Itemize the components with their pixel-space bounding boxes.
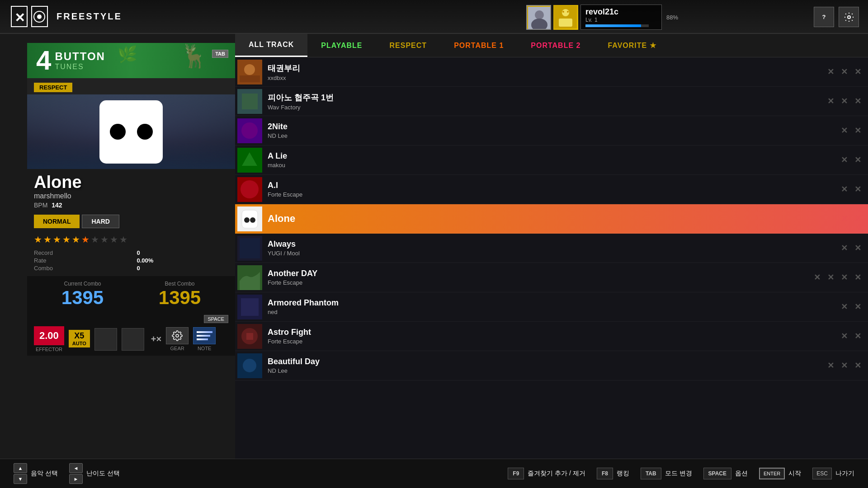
exp-bar-container	[585, 24, 649, 27]
right-panel: ALL TRACK PLAYABLE RESPECT PORTABLE 1 PO…	[235, 34, 868, 488]
svg-point-6	[535, 10, 544, 19]
track-info: Astro Fight Forte Escape	[268, 328, 841, 345]
x-marker: ✕	[841, 67, 848, 77]
svg-rect-18	[242, 94, 258, 109]
fever-box[interactable]: X5 AUTO	[69, 330, 90, 347]
options-label: 옵션	[735, 469, 748, 478]
star-6: ★	[81, 234, 90, 245]
note-label: NOTE	[198, 346, 212, 351]
track-markers: ✕ ✕	[841, 214, 861, 224]
up-key[interactable]: ▲	[14, 463, 27, 473]
track-item[interactable]: Astro Fight Forte Escape ✕ ✕	[235, 322, 868, 351]
track-info: 2Nite ND Lee	[268, 122, 841, 139]
current-combo-value: 1395	[61, 287, 104, 309]
track-item[interactable]: Another DAY Forte Escape ✕ ✕ ✕ ✕	[235, 263, 868, 292]
track-item[interactable]: A Lie makou ✕ ✕	[235, 145, 868, 175]
tab-badge: TAB	[212, 50, 228, 58]
tab-portable1[interactable]: PORTABLE 1	[440, 34, 517, 57]
tab-favorite[interactable]: FAVORITE ★	[594, 34, 670, 57]
speed-value[interactable]: 2.00	[34, 326, 64, 345]
svg-text:✕: ✕	[14, 11, 25, 25]
marshmello-eye-right	[137, 124, 153, 140]
gear-button[interactable]: GEAR	[166, 327, 189, 351]
fever-control[interactable]: X5 AUTO	[69, 330, 90, 349]
track-item[interactable]: Always YUGI / Mool ✕ ✕	[235, 234, 868, 263]
left-key[interactable]: ◄	[69, 463, 83, 473]
star-3: ★	[53, 234, 61, 245]
track-thumb	[237, 177, 262, 202]
track-name: A Lie	[268, 151, 841, 161]
exit-hint: ESC 나가기	[812, 468, 854, 479]
effector-label: EFFECTOR	[34, 347, 64, 352]
track-thumb	[237, 89, 262, 114]
ranking-hint: F8 랭킹	[597, 468, 629, 479]
track-item[interactable]: 피아노 협주곡 1번 Wav Factory ✕ ✕ ✕	[235, 87, 868, 116]
exp-percent: 88%	[666, 14, 678, 21]
user-info-box: revol21c Lv. 1	[580, 5, 662, 30]
svg-rect-16	[240, 75, 260, 82]
bpm-label: BPM	[34, 202, 47, 209]
tab-all-track[interactable]: ALL TRACK	[235, 34, 307, 57]
music-select-hint: ▲ ▼ 음악 선택	[14, 463, 58, 484]
marshmello-visual	[99, 100, 163, 164]
track-artist: ND Lee	[268, 132, 841, 139]
speed-control[interactable]: 2.00 EFFECTOR	[34, 326, 64, 352]
f10-button[interactable]	[839, 7, 859, 27]
x-marker: ✕	[854, 243, 861, 253]
track-item[interactable]: Beautiful Day ND Lee ✕ ✕ ✕	[235, 351, 868, 380]
track-item[interactable]: A.I Forte Escape ✕ ✕	[235, 175, 868, 204]
svg-rect-10	[559, 19, 572, 27]
level-label: Lv.	[585, 17, 592, 23]
start-label: 시작	[788, 469, 801, 478]
effector-slot-1[interactable]	[94, 328, 117, 351]
track-name: Beautiful Day	[268, 357, 827, 366]
down-key[interactable]: ▼	[14, 474, 27, 484]
tab-respect[interactable]: RESPECT	[376, 34, 441, 57]
space-badge: SPACE	[204, 315, 228, 323]
gear-icon	[166, 327, 189, 344]
tab-key[interactable]: TAB	[641, 468, 661, 479]
f8-key[interactable]: F8	[597, 468, 613, 479]
track-thumb	[237, 353, 262, 378]
track-artist: Forte Escape	[268, 191, 841, 198]
effector-slot-2[interactable]	[122, 328, 144, 351]
note-button[interactable]: NOTE	[193, 327, 216, 351]
space-key[interactable]: SPACE	[703, 468, 731, 479]
star-10: ★	[119, 234, 127, 245]
track-markers: ✕ ✕ ✕	[827, 361, 861, 371]
track-item[interactable]: 태권부리 xxdbxx ✕ ✕ ✕	[235, 57, 868, 87]
track-item-selected[interactable]: Alone ✕ ✕	[235, 204, 868, 234]
x-marker: ✕	[841, 272, 848, 282]
track-markers: ✕ ✕	[841, 302, 861, 312]
track-markers: ✕ ✕	[841, 331, 861, 341]
left-hints: ▲ ▼ 음악 선택 ◄ ► 난이도 선택	[14, 463, 120, 484]
f1-button[interactable]: ?	[814, 7, 834, 27]
right-hints: F9 즐겨찾기 추가 / 제거 F8 랭킹 TAB 모드 변경 SPACE 옵션…	[508, 468, 854, 479]
left-panel: 4 BUTTON TUNES 🦌 TAB 🌿 RESPECT A	[27, 43, 235, 356]
svg-rect-25	[242, 210, 258, 228]
hard-button[interactable]: HARD	[82, 215, 119, 228]
music-select-keys: ▲ ▼	[14, 463, 27, 484]
enter-key[interactable]: ENTER	[759, 468, 785, 479]
normal-button[interactable]: NORMAL	[34, 215, 80, 228]
svg-point-9	[562, 9, 569, 16]
top-bar: ✕ FREESTYLE	[0, 0, 868, 34]
x-marker: ✕	[841, 155, 848, 165]
tab-playable[interactable]: PLAYABLE	[307, 34, 376, 57]
x-marker-selected: ✕	[841, 214, 848, 224]
track-name: 태권부리	[268, 63, 827, 74]
x-marker: ✕	[854, 302, 861, 312]
track-info: Armored Phantom ned	[268, 298, 841, 315]
right-key[interactable]: ►	[69, 474, 83, 484]
options-hint: SPACE 옵션	[703, 468, 748, 479]
track-item[interactable]: Armored Phantom ned ✕ ✕	[235, 292, 868, 322]
x-marker-selected: ✕	[854, 214, 861, 224]
esc-key[interactable]: ESC	[812, 468, 832, 479]
f9-key[interactable]: F9	[508, 468, 524, 479]
ranking-label: 랭킹	[617, 469, 629, 478]
x-marker: ✕	[827, 272, 834, 282]
track-item[interactable]: 2Nite ND Lee ✕ ✕	[235, 116, 868, 145]
track-info: Alone	[268, 213, 841, 225]
tab-portable2[interactable]: PORTABLE 2	[517, 34, 594, 57]
exp-bar	[585, 24, 641, 27]
